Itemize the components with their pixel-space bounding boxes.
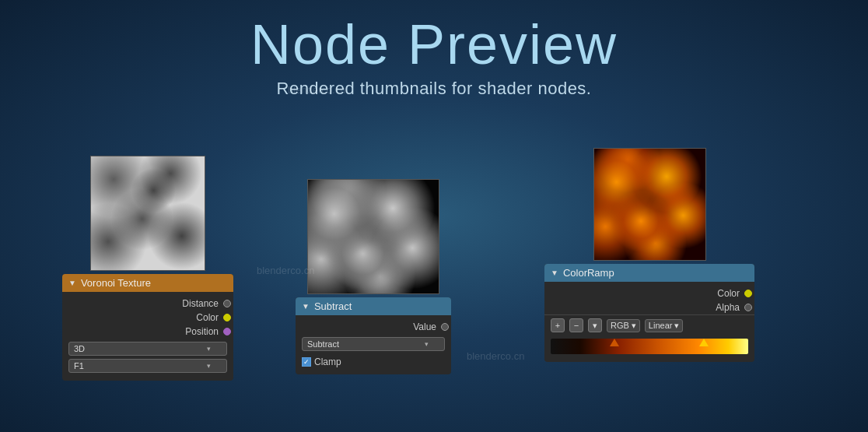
node-subtract: ▼ Subtract Value Subtract ▾ ✓ Clamp: [296, 179, 451, 374]
page-subtitle: Rendered thumbnails for shader nodes.: [0, 79, 868, 99]
colorramp-alpha-socket[interactable]: [744, 304, 752, 311]
voronoi-title: Voronoi Texture: [81, 277, 151, 289]
voronoi-header: ▼ Voronoi Texture: [62, 274, 233, 292]
colorramp-add-stop[interactable]: +: [551, 318, 565, 332]
colorramp-socket-color: Color: [544, 286, 754, 300]
voronoi-distance-label: Distance: [182, 298, 219, 309]
subtract-texture-visual: [308, 180, 439, 293]
colorramp-body: Color Alpha + − ▾ RGB ▾ Linear: [544, 282, 754, 362]
colorramp-collapse-arrow[interactable]: ▼: [551, 269, 558, 277]
colorramp-handle-left[interactable]: [610, 339, 619, 346]
clamp-checkmark: ✓: [303, 359, 310, 366]
colorramp-alpha-label: Alpha: [716, 302, 740, 313]
subtract-socket-value: Value: [296, 320, 451, 334]
subtract-value-label: Value: [413, 321, 436, 332]
node-voronoi: ▼ Voronoi Texture Distance Color Positio…: [62, 156, 233, 381]
subtract-collapse-arrow[interactable]: ▼: [302, 302, 310, 311]
colorramp-interp-label: Linear: [649, 321, 673, 330]
colorramp-rgb-label: RGB: [611, 321, 629, 330]
voronoi-3d-arrow: ▾: [207, 345, 211, 353]
colorramp-rgb-dropdown-arrow: ▾: [632, 321, 636, 331]
voronoi-dropdown-f1[interactable]: F1 ▾: [68, 359, 227, 373]
subtract-dropdown-value: Subtract: [307, 339, 339, 349]
subtract-dropdown[interactable]: Subtract ▾: [302, 337, 445, 351]
colorramp-stops-dropdown[interactable]: ▾: [588, 318, 602, 332]
node-colorramp: ▼ ColorRamp Color Alpha + − ▾ RGB: [544, 148, 754, 362]
voronoi-socket-distance: Distance: [62, 297, 233, 311]
colorramp-rgb-select[interactable]: RGB ▾: [607, 319, 640, 332]
page-title: Node Preview: [0, 14, 868, 76]
colorramp-title: ColorRamp: [563, 267, 614, 279]
colorramp-texture-visual: [594, 149, 705, 260]
subtract-header: ▼ Subtract: [296, 297, 451, 315]
colorramp-interp-dropdown-arrow: ▾: [674, 321, 679, 331]
voronoi-color-socket[interactable]: [223, 314, 231, 321]
colorramp-handle-right[interactable]: [699, 339, 709, 346]
colorramp-header: ▼ ColorRamp: [544, 264, 754, 282]
voronoi-f1-value: F1: [74, 361, 84, 371]
colorramp-interpolation-select[interactable]: Linear ▾: [645, 319, 684, 332]
colorramp-preview: [593, 148, 706, 261]
voronoi-f1-arrow: ▾: [207, 362, 211, 370]
colorramp-color-socket[interactable]: [744, 290, 752, 297]
voronoi-position-socket[interactable]: [223, 328, 231, 335]
subtract-dropdown-arrow: ▾: [425, 340, 429, 348]
colorramp-gradient-bar[interactable]: [551, 339, 748, 354]
subtract-preview: [307, 179, 439, 294]
clamp-label: Clamp: [314, 356, 341, 367]
colorramp-toolbar: + − ▾ RGB ▾ Linear ▾: [544, 314, 754, 335]
colorramp-panel: ▼ ColorRamp Color Alpha + − ▾ RGB: [544, 264, 754, 362]
subtract-clamp-row: ✓ Clamp: [296, 354, 451, 370]
colorramp-remove-stop[interactable]: −: [569, 318, 583, 332]
subtract-title: Subtract: [314, 300, 352, 312]
voronoi-dropdown-3d[interactable]: 3D ▾: [68, 342, 227, 356]
subtract-body: Value Subtract ▾ ✓ Clamp: [296, 315, 451, 374]
voronoi-socket-position: Position: [62, 325, 233, 339]
voronoi-socket-color: Color: [62, 311, 233, 325]
nodes-area: ▼ Voronoi Texture Distance Color Positio…: [0, 125, 868, 432]
clamp-checkbox[interactable]: ✓: [302, 357, 311, 367]
subtract-panel: ▼ Subtract Value Subtract ▾ ✓ Clamp: [296, 297, 451, 374]
colorramp-color-label: Color: [717, 288, 740, 299]
voronoi-position-label: Position: [185, 326, 219, 337]
voronoi-color-label: Color: [196, 312, 219, 323]
voronoi-collapse-arrow[interactable]: ▼: [68, 279, 76, 287]
colorramp-socket-alpha: Alpha: [544, 300, 754, 314]
voronoi-distance-socket[interactable]: [223, 300, 231, 307]
subtract-value-socket[interactable]: [441, 323, 449, 331]
title-section: Node Preview Rendered thumbnails for sha…: [0, 0, 868, 99]
voronoi-3d-value: 3D: [74, 344, 85, 353]
voronoi-preview: [90, 156, 205, 271]
voronoi-body: Distance Color Position 3D ▾ F1 ▾: [62, 292, 233, 381]
voronoi-texture-visual: [91, 156, 205, 270]
voronoi-panel: ▼ Voronoi Texture Distance Color Positio…: [62, 274, 233, 381]
